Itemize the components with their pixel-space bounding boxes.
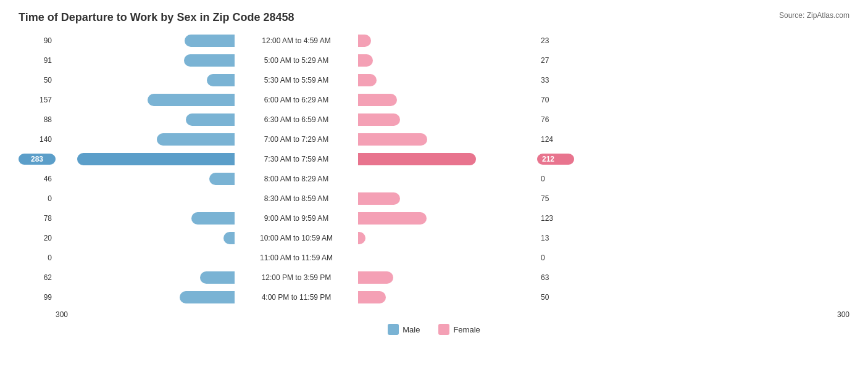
female-bar-area	[358, 74, 537, 86]
male-bar-area	[56, 94, 235, 106]
female-value: 27	[537, 56, 574, 65]
chart-row: 505:30 AM to 5:59 AM33	[19, 71, 849, 89]
female-value: 123	[537, 214, 574, 223]
time-label: 11:00 AM to 11:59 AM	[235, 254, 358, 262]
male-bar	[77, 153, 235, 165]
time-label: 6:30 AM to 6:59 AM	[235, 115, 358, 124]
female-value: 70	[537, 96, 574, 104]
female-value: 0	[537, 254, 574, 262]
chart-row: 994:00 PM to 11:59 PM50	[19, 288, 849, 307]
time-label: 9:00 AM to 9:59 AM	[235, 214, 358, 223]
chart-row: 915:00 AM to 5:29 AM27	[19, 51, 849, 70]
male-value: 78	[19, 214, 56, 223]
chart-row: 468:00 AM to 8:29 AM0	[19, 170, 849, 188]
axis-right-val: 300	[837, 310, 849, 319]
male-value: 91	[19, 56, 56, 65]
male-value: 90	[19, 36, 56, 45]
male-bar	[209, 173, 235, 185]
male-value: 88	[19, 115, 56, 124]
chart-row: 886:30 AM to 6:59 AM76	[19, 110, 849, 129]
time-label: 8:00 AM to 8:29 AM	[235, 175, 358, 183]
male-value: 140	[19, 135, 56, 144]
male-bar-area	[56, 74, 235, 86]
time-label: 4:00 PM to 11:59 PM	[235, 293, 358, 302]
chart-container: Time of Departure to Work by Sex in Zip …	[0, 0, 868, 367]
female-value: 63	[537, 273, 574, 282]
female-bar-area	[358, 94, 537, 106]
male-bar	[191, 212, 235, 225]
female-bar	[358, 271, 393, 284]
axis-left-val: 300	[56, 310, 68, 319]
time-label: 5:30 AM to 5:59 AM	[235, 76, 358, 85]
time-label: 10:00 AM to 10:59 AM	[235, 234, 358, 242]
female-value: 13	[537, 234, 574, 242]
chart-row: 08:30 AM to 8:59 AM75	[19, 189, 849, 208]
female-bar	[358, 74, 377, 86]
female-value: 50	[537, 293, 574, 302]
female-bar	[358, 54, 373, 67]
chart-area: 9012:00 AM to 4:59 AM23915:00 AM to 5:29…	[19, 31, 849, 307]
male-bar-area	[56, 133, 235, 146]
chart-row: 011:00 AM to 11:59 AM0	[19, 249, 849, 267]
legend-male-label: Male	[403, 325, 420, 334]
male-value: 62	[19, 273, 56, 282]
male-bar	[148, 94, 235, 106]
female-bar-area	[358, 153, 537, 165]
female-bar-area	[358, 232, 537, 244]
male-bar	[185, 35, 235, 47]
female-bar	[358, 232, 365, 244]
female-value: 0	[537, 175, 574, 183]
chart-row: 9012:00 AM to 4:59 AM23	[19, 31, 849, 50]
male-bar-area	[56, 271, 235, 284]
female-bar	[358, 153, 476, 165]
male-bar	[200, 271, 235, 284]
female-bar	[358, 94, 397, 106]
male-bar-area	[56, 291, 235, 303]
legend-female-label: Female	[453, 325, 480, 334]
time-label: 6:00 AM to 6:29 AM	[235, 96, 358, 104]
legend-female: Female	[438, 324, 480, 335]
male-value: 157	[19, 96, 56, 104]
source-label: Source: ZipAtlas.com	[779, 11, 849, 20]
male-value: 0	[19, 254, 56, 262]
female-bar	[358, 212, 427, 225]
female-value: 124	[537, 135, 574, 144]
male-bar	[186, 113, 235, 126]
female-bar	[358, 133, 427, 146]
legend-male: Male	[388, 324, 420, 335]
male-bar-area	[56, 212, 235, 225]
female-bar-area	[358, 192, 537, 205]
male-bar-area	[56, 54, 235, 67]
female-bar	[358, 35, 371, 47]
male-bar	[207, 74, 235, 86]
male-bar	[184, 54, 235, 67]
female-bar	[358, 192, 400, 205]
female-bar-area	[358, 212, 537, 225]
female-bar-area	[358, 133, 537, 146]
female-bar-area	[358, 54, 537, 67]
male-value: 283	[19, 154, 56, 165]
chart-row: 1407:00 AM to 7:29 AM124	[19, 130, 849, 149]
chart-row: 1576:00 AM to 6:29 AM70	[19, 91, 849, 109]
female-value: 75	[537, 194, 574, 203]
time-label: 12:00 AM to 4:59 AM	[235, 36, 358, 45]
male-value: 20	[19, 234, 56, 242]
male-bar	[157, 133, 235, 146]
legend: Male Female	[19, 324, 849, 335]
female-bar	[358, 113, 400, 126]
legend-female-box	[438, 324, 449, 335]
chart-row: 2837:30 AM to 7:59 AM212	[19, 150, 849, 168]
time-label: 7:30 AM to 7:59 AM	[235, 155, 358, 163]
female-value: 212	[537, 154, 574, 165]
male-bar-area	[56, 232, 235, 244]
male-bar-area	[56, 153, 235, 165]
male-value: 99	[19, 293, 56, 302]
male-bar	[180, 291, 235, 303]
male-value: 50	[19, 76, 56, 85]
time-label: 5:00 AM to 5:29 AM	[235, 56, 358, 65]
legend-male-box	[388, 324, 399, 335]
chart-row: 789:00 AM to 9:59 AM123	[19, 209, 849, 228]
male-bar-area	[56, 113, 235, 126]
male-bar	[223, 232, 235, 244]
female-bar-area	[358, 35, 537, 47]
